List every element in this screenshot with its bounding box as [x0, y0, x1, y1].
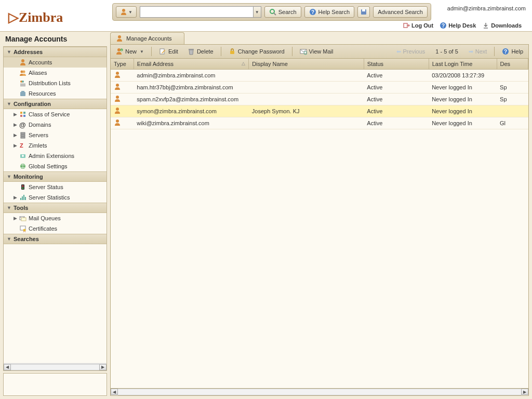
cell-desc — [497, 105, 528, 117]
sidebar-item-server-statistics[interactable]: ▶Server Statistics — [4, 192, 107, 203]
search-bar: ▼ ▼ Search ? Help Search — [112, 3, 431, 21]
resource-icon — [19, 90, 26, 97]
sidebar-item-label: Accounts — [29, 59, 52, 65]
svg-point-54 — [116, 72, 119, 75]
scroll-left-icon[interactable]: ◀ — [111, 389, 118, 395]
svg-point-15 — [22, 81, 24, 83]
view-mail-button[interactable]: View Mail — [298, 47, 336, 56]
sidebar-item-label: Servers — [29, 132, 48, 138]
table-row[interactable]: symon@zimbra.zimbrainst.comJoseph Symon.… — [111, 105, 528, 117]
sidebar-hscrollbar[interactable]: ◀ ▶ — [4, 363, 107, 370]
sidebar-item-aliases[interactable]: Aliases — [4, 68, 107, 78]
help-button[interactable]: ? Help — [500, 47, 525, 56]
cell-display — [249, 70, 364, 82]
sidebar-item-label: Aliases — [29, 70, 47, 76]
sidebar-item-certificates[interactable]: Certificates — [4, 223, 107, 234]
svg-rect-27 — [21, 137, 25, 138]
scroll-right-icon[interactable]: ▶ — [521, 389, 528, 395]
mail-icon — [300, 48, 307, 55]
sidebar-item-label: Global Settings — [29, 163, 68, 169]
previous-button[interactable]: ⬅ Previous — [394, 47, 428, 56]
svg-point-56 — [116, 96, 119, 99]
sidebar-item-label: Distribution Lists — [29, 80, 71, 86]
save-search-button[interactable] — [357, 6, 370, 18]
svg-point-11 — [21, 59, 24, 62]
scroll-right-icon[interactable]: ▶ — [99, 364, 107, 370]
svg-rect-49 — [230, 51, 234, 54]
accounts-table: Type Email Address△ Display Name Status … — [111, 59, 528, 129]
user-email: admin@zimbra.zimbrainst.com — [440, 3, 528, 11]
sidebar-item-label: Admin Extensions — [29, 153, 74, 159]
search-scope-dropdown[interactable]: ▼ — [116, 6, 137, 18]
table-row[interactable]: wiki@zimbra.zimbrainst.comActiveNever lo… — [111, 117, 528, 129]
svg-rect-22 — [23, 112, 25, 114]
search-input[interactable] — [140, 9, 253, 15]
sidebar-item-accounts[interactable]: Accounts — [4, 57, 107, 68]
advanced-search-button[interactable]: Advanced Search — [373, 6, 428, 18]
sidebar-item-domains[interactable]: ▶@Domains — [4, 119, 107, 130]
cell-desc: Gl — [497, 117, 528, 129]
cell-status: Active — [364, 117, 429, 129]
tab-manage-accounts[interactable]: Manage Accounts — [110, 32, 184, 44]
sidebar: ▼ AddressesAccountsAliasesDistribution L… — [3, 46, 107, 371]
section-header-addresses[interactable]: ▼ Addresses — [4, 47, 107, 57]
next-button[interactable]: ➡ Next — [467, 47, 489, 56]
section-header-configuration[interactable]: ▼ Configuration — [4, 99, 107, 109]
lock-icon — [229, 48, 236, 55]
search-input-dropdown[interactable]: ▼ — [253, 7, 261, 17]
sidebar-item-class-of-service[interactable]: ▶Class of Service — [4, 109, 107, 119]
cell-status: Active — [364, 94, 429, 105]
sidebar-item-resources[interactable]: Resources — [4, 88, 107, 99]
svg-rect-25 — [21, 132, 25, 134]
svg-rect-16 — [20, 84, 25, 84]
logout-link[interactable]: Log Out — [403, 22, 433, 29]
delete-button[interactable]: Delete — [185, 47, 216, 56]
sidebar-item-label: Domains — [29, 122, 51, 128]
sidebar-item-admin-extensions[interactable]: Admin Extensions — [4, 151, 107, 161]
edit-button[interactable]: Edit — [157, 47, 180, 56]
helpdesk-link[interactable]: ?Help Desk — [440, 22, 476, 29]
table-row[interactable]: admin@zimbra.zimbrainst.comActive03/20/2… — [111, 70, 528, 82]
section-header-tools[interactable]: ▼ Tools — [4, 203, 107, 213]
sidebar-item-label: Certificates — [29, 225, 57, 232]
sidebar-item-servers[interactable]: ▶Servers — [4, 130, 107, 140]
col-status[interactable]: Status — [364, 59, 429, 70]
sidebar-item-zimlets[interactable]: ▶ZZimlets — [4, 140, 107, 151]
col-login[interactable]: Last Login Time — [429, 59, 497, 70]
col-type[interactable]: Type — [111, 59, 134, 70]
content-hscrollbar[interactable]: ◀ ▶ — [110, 389, 529, 396]
svg-rect-35 — [20, 198, 21, 200]
globe-icon — [19, 163, 26, 170]
cell-login: Never logged In — [429, 82, 497, 94]
cell-login: Never logged In — [429, 105, 497, 117]
table-row[interactable]: ham.htr37bbj@zimbra.zimbrainst.comActive… — [111, 82, 528, 94]
col-desc[interactable]: Des — [497, 59, 528, 70]
scroll-left-icon[interactable]: ◀ — [4, 364, 11, 370]
svg-text:?: ? — [504, 49, 507, 55]
change-password-button[interactable]: Change Password — [227, 47, 287, 56]
sidebar-item-mail-queues[interactable]: ▶Mail Queues — [4, 213, 107, 223]
col-display[interactable]: Display Name — [249, 59, 364, 70]
downloads-link[interactable]: Downloads — [482, 22, 522, 29]
col-email[interactable]: Email Address△ — [134, 59, 249, 70]
at-icon: @ — [19, 121, 26, 128]
cell-status: Active — [364, 105, 429, 117]
sidebar-item-global-settings[interactable]: Global Settings — [4, 161, 107, 171]
cell-display: Joseph Symon. KJ — [249, 105, 364, 117]
svg-point-55 — [116, 84, 119, 87]
sidebar-item-server-status[interactable]: Server Status — [4, 182, 107, 192]
svg-point-13 — [23, 71, 25, 73]
help-search-button[interactable]: ? Help Search — [304, 6, 355, 18]
sidebar-item-label: Class of Service — [29, 111, 70, 117]
cell-display — [249, 117, 364, 129]
sidebar-item-distribution-lists[interactable]: Distribution Lists — [4, 78, 107, 88]
trash-icon — [188, 48, 195, 55]
search-button[interactable]: Search — [264, 6, 301, 18]
cell-desc: Sp — [497, 82, 528, 94]
new-button[interactable]: + New ▼ — [114, 47, 146, 56]
top-bar: ▷Zimbra ▼ ▼ Search — [0, 0, 532, 31]
table-row[interactable]: spam.n2xvfp2a@zimbra.zimbrainst.comActiv… — [111, 94, 528, 105]
section-header-searches[interactable]: ▼ Searches — [4, 234, 107, 244]
section-header-monitoring[interactable]: ▼ Monitoring — [4, 171, 107, 182]
arrow-left-icon: ⬅ — [396, 48, 401, 55]
